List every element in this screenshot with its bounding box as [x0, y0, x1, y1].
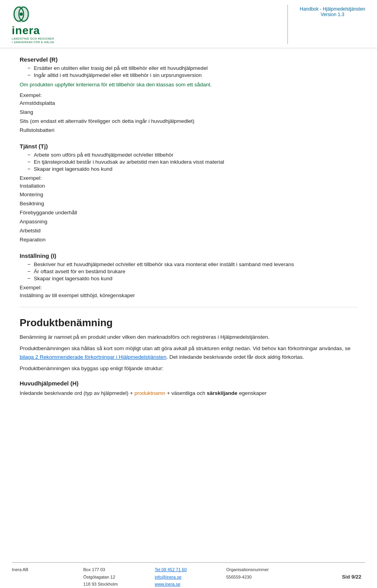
- reservdel-green-text: Om produkten uppfyller kriterierna för e…: [20, 80, 357, 89]
- produktbenamning-heading: Produktbenämning: [20, 317, 357, 329]
- produktnamn-word: produktnamn: [134, 390, 165, 396]
- dash-icon: −: [27, 166, 31, 172]
- svg-point-3: [20, 13, 23, 16]
- reservdel-bullet-2: − Ingår alltid i ett huvudhjälpmedel ell…: [27, 72, 357, 78]
- header-title-line2: Version 1.3: [300, 12, 365, 17]
- dash-icon: −: [27, 72, 31, 78]
- dash-icon: −: [27, 276, 31, 281]
- inera-logo-icon: [12, 5, 31, 24]
- reservdel-heading: Reservdel (R): [20, 56, 357, 63]
- reservdel-bullet-1: − Ersätter en utsliten eller trasig del …: [27, 65, 357, 71]
- installning-example-label: Exempel:: [20, 285, 357, 290]
- section-divider: [20, 307, 357, 307]
- tjanst-section: Tjänst (Tj) − Arbete som utförs på ett h…: [20, 143, 357, 245]
- logo-tagline: LANDSTING OCH REGIONER I SAMVERKAN FÖR E…: [12, 37, 54, 44]
- huvudhjalp-para: Inledande beskrivande ord (typ av hjälpm…: [20, 389, 357, 398]
- tjanst-example-items: Installation Montering Besiktning Föreby…: [20, 182, 357, 245]
- dash-icon: −: [27, 261, 31, 267]
- dash-icon: −: [27, 159, 31, 165]
- reservdel-example-label: Exempel:: [20, 92, 357, 98]
- installning-bullet-1: − Beskriver hur ett huvudhjälpmedel och/…: [27, 261, 357, 267]
- bilaga2-link[interactable]: bilaga 2 Rekommenderade förkortningar i …: [20, 354, 167, 360]
- footer-col-address: Box 177 03 Östgötagatan 12 118 93 Stockh…: [79, 566, 151, 588]
- footer-col-company: Inera AB: [12, 566, 79, 588]
- installning-section: Inställning (I) − Beskriver hur ett huvu…: [20, 252, 357, 300]
- produktbenamning-para1: Benämning är namnet på en produkt under …: [20, 333, 357, 341]
- tjanst-bullet-2: − En tjänsteprodukt består i huvudsak av…: [27, 159, 357, 165]
- main-content: Reservdel (R) − Ersätter en utsliten ell…: [0, 48, 377, 562]
- installning-bullet-2: − Är oftast avsett för en bestämd brukar…: [27, 268, 357, 274]
- produktbenamning-para3: Produktbenämningen ska byggas upp enligt…: [20, 364, 357, 373]
- logo-name: inera: [12, 25, 40, 36]
- installning-example-text: Inställning av till exempel sitthöjd, kö…: [20, 291, 357, 300]
- header-title-line1: Handbok - Hjälpmedelstjänsten: [300, 6, 365, 12]
- produktbenamning-section: Produktbenämning Benämning är namnet på …: [20, 317, 357, 373]
- huvudhjalp-heading: Huvudhjälpmedel (H): [20, 380, 357, 387]
- huvudhjalp-section: Huvudhjälpmedel (H) Inledande beskrivand…: [20, 380, 357, 398]
- installning-heading: Inställning (I): [20, 252, 357, 259]
- dash-icon: −: [27, 152, 31, 158]
- dash-icon: −: [27, 65, 31, 71]
- installning-bullets: − Beskriver hur ett huvudhjälpmedel och/…: [27, 261, 357, 281]
- footer-page-number: Sid 9/22: [294, 566, 365, 588]
- installning-bullet-3: − Skapar inget lagersaldo hos kund: [27, 276, 357, 281]
- tjanst-heading: Tjänst (Tj): [20, 143, 357, 150]
- dash-icon: −: [27, 268, 31, 274]
- tjanst-bullets: − Arbete som utförs på ett huvudhjälpmed…: [27, 152, 357, 172]
- tjanst-bullet-1: − Arbete som utförs på ett huvudhjälpmed…: [27, 152, 357, 158]
- reservdel-bullets: − Ersätter en utsliten eller trasig del …: [27, 65, 357, 78]
- tjanst-bullet-3: − Skapar inget lagersaldo hos kund: [27, 166, 357, 172]
- produktbenamning-para2: Produktbenämningen ska hållas så kort so…: [20, 344, 357, 361]
- header-info: Handbok - Hjälpmedelstjänsten Version 1.…: [300, 5, 365, 17]
- footer-col-contact: Tel 08 452 71 60 info@inera.se www.inera…: [151, 566, 222, 588]
- footer-col-org: Organisationsnummer 556559-4230: [222, 566, 294, 588]
- tjanst-example-label: Exempel:: [20, 175, 357, 181]
- footer: Inera AB Box 177 03 Östgötagatan 12 118 …: [12, 562, 365, 588]
- header-divider: [287, 5, 288, 44]
- reservdel-example-items: Armstödsplatta Slang Sits (om endast ett…: [20, 99, 357, 135]
- reservdel-section: Reservdel (R) − Ersätter en utsliten ell…: [20, 56, 357, 135]
